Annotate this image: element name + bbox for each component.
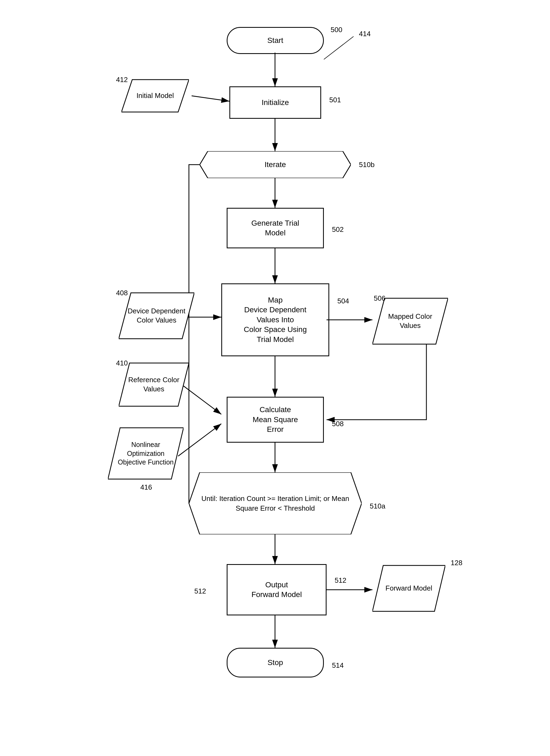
reference-color-node: Reference Color Values	[119, 362, 189, 408]
stop-node: Stop	[227, 648, 324, 677]
initial-model-num: 412	[116, 76, 128, 84]
device-dep-label: Device Dependent Color Values	[124, 307, 189, 325]
generate-trial-num: 502	[332, 225, 344, 234]
mapped-color-num: 506	[374, 294, 385, 303]
calculate-mse-num: 508	[332, 420, 344, 428]
iterate-label: Iterate	[264, 160, 286, 169]
svg-line-11	[184, 386, 221, 414]
arrow-414-label: 414	[359, 30, 371, 38]
map-device-num: 504	[337, 297, 349, 305]
iterate-num: 510b	[359, 161, 375, 169]
map-device-label: Map Device Dependent Values Into Color S…	[244, 295, 307, 344]
start-node: Start	[227, 27, 324, 54]
stop-num: 514	[332, 661, 344, 670]
nonlinear-opt-label: Nonlinear Optimization Objective Functio…	[113, 440, 178, 467]
mapped-color-label: Mapped Color Values	[378, 312, 443, 330]
output-forward-right-num: 512	[335, 576, 346, 585]
svg-line-9	[192, 96, 229, 101]
initialize-node: Initialize	[229, 86, 321, 119]
svg-line-15	[324, 36, 354, 59]
reference-color-num: 410	[116, 359, 128, 367]
map-device-node: Map Device Dependent Values Into Color S…	[221, 283, 329, 356]
iterate-node: Iterate	[200, 151, 351, 178]
output-forward-label: Output Forward Model	[252, 580, 302, 600]
stop-label: Stop	[267, 658, 283, 667]
until-box-label: Until: Iteration Count >= Iteration Limi…	[197, 494, 354, 513]
forward-model-node: Forward Model	[372, 564, 445, 613]
forward-model-label: Forward Model	[385, 584, 432, 593]
device-dep-num: 408	[116, 289, 128, 297]
output-forward-node: Output Forward Model	[227, 564, 327, 615]
until-box-num: 510a	[370, 502, 385, 510]
mapped-color-node: Mapped Color Values	[372, 297, 448, 345]
nonlinear-opt-num: 416	[140, 483, 152, 491]
initial-model-node: Initial Model	[121, 78, 189, 113]
output-forward-left-num: 512	[194, 587, 206, 595]
svg-line-12	[178, 424, 221, 456]
until-box-node: Until: Iteration Count >= Iteration Limi…	[189, 472, 362, 534]
generate-trial-node: Generate Trial Model	[227, 208, 324, 248]
start-label: Start	[267, 36, 283, 45]
generate-trial-label: Generate Trial Model	[251, 218, 299, 238]
nonlinear-opt-node: Nonlinear Optimization Objective Functio…	[108, 426, 184, 480]
initial-model-label: Initial Model	[137, 91, 174, 100]
calculate-mse-label: Calculate Mean Square Error	[253, 405, 298, 434]
forward-model-num: 128	[451, 559, 462, 567]
start-num: 500	[331, 26, 342, 34]
reference-color-label: Reference Color Values	[124, 375, 184, 394]
initialize-num: 501	[329, 96, 341, 104]
initialize-label: Initialize	[262, 98, 289, 107]
device-dep-node: Device Dependent Color Values	[119, 291, 194, 340]
calculate-mse-node: Calculate Mean Square Error	[227, 397, 324, 443]
